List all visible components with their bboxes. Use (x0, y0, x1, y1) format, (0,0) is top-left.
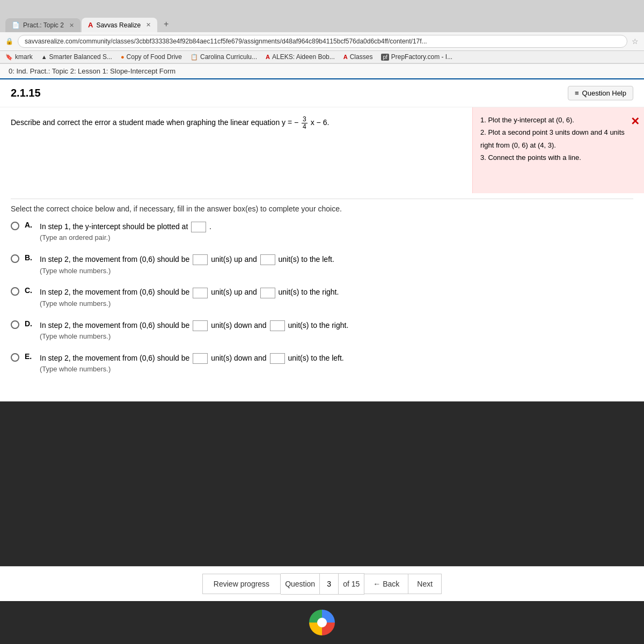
list-icon: ≡ (575, 89, 579, 97)
tab-close-savvas[interactable]: ✕ (146, 21, 151, 28)
choice-a-text-before: In step 1, the y-intercept should be plo… (40, 222, 188, 231)
bookmark-icon-food: ● (121, 54, 125, 60)
choice-d-input-1[interactable] (193, 320, 208, 331)
fraction: 3 4 (302, 116, 308, 130)
radio-e[interactable] (11, 353, 19, 362)
footer-inner: Review progress Question of 15 ← Back Ne… (202, 573, 442, 595)
choice-b-text-before: In step 2, the movement from (0,6) shoul… (40, 255, 189, 264)
chrome-icon (309, 610, 335, 635)
close-sidebar-button[interactable]: ✕ (631, 112, 640, 131)
divider (11, 199, 633, 199)
back-button[interactable]: ← Back (364, 574, 408, 594)
question-indicator: Question of 15 (281, 573, 364, 595)
bookmark-carolina[interactable]: 📋 Carolina Curriculu... (191, 53, 257, 61)
bookmark-icon-carolina: 📋 (191, 54, 198, 61)
choice-b-input-1[interactable] (193, 254, 208, 265)
bookmark-icon-aleks: A (266, 54, 270, 60)
choice-b-text-mid: unit(s) up and (211, 255, 257, 264)
choice-a-sub: (Type an ordered pair.) (40, 232, 633, 244)
choice-a-text-after: . (209, 222, 211, 231)
bookmark-icon-kmark: 🔖 (5, 54, 13, 61)
step-2: 2. Plot a second point 3 units down and … (480, 126, 636, 151)
choice-b: B. In step 2, the movement from (0,6) sh… (11, 253, 633, 276)
choice-content-c: In step 2, the movement from (0,6) shoul… (40, 286, 633, 309)
bookmark-smarter[interactable]: ▲ Smarter Balanced S... (41, 53, 112, 61)
bookmark-label-kmark: kmark (15, 53, 33, 61)
bookmark-icon-prep: pf (381, 54, 389, 61)
bookmark-food-drive[interactable]: ● Copy of Food Drive (121, 53, 182, 61)
choice-e-text-mid: unit(s) down and (211, 354, 267, 362)
choice-e-text: In step 2, the movement from (0,6) shoul… (40, 352, 633, 364)
bookmark-label-classes: Classes (350, 53, 373, 61)
choice-content-e: In step 2, the movement from (0,6) shoul… (40, 352, 633, 375)
radio-c[interactable] (11, 287, 19, 296)
address-bar: 🔒 savvasrealize.com/community/classes/3c… (0, 32, 644, 51)
chrome-taskbar (0, 601, 644, 644)
radio-d[interactable] (11, 320, 19, 329)
choice-e-text-end: unit(s) to the left. (288, 354, 343, 362)
choice-content-b: In step 2, the movement from (0,6) shoul… (40, 253, 633, 276)
choice-label-c: C. (25, 286, 34, 295)
choice-a-input[interactable] (191, 222, 206, 232)
review-progress-button[interactable]: Review progress (202, 574, 281, 594)
choice-label-e: E. (25, 352, 34, 361)
tab-pract[interactable]: 📄 Pract.: Topic 2 ✕ (5, 18, 80, 32)
step-1: 1. Plot the y-intercept at (0, 6). (480, 114, 636, 126)
radio-a[interactable] (11, 222, 19, 230)
choice-label-b: B. (25, 253, 34, 262)
choice-d-text-mid: unit(s) down and (211, 321, 267, 330)
bookmark-aleks[interactable]: A ALEKS: Aideen Bob... (266, 53, 335, 61)
tab-label-savvas: Savvas Realize (96, 21, 141, 29)
lock-icon: 🔒 (5, 38, 13, 45)
tab-savvas[interactable]: A Savvas Realize ✕ (82, 18, 157, 32)
choice-c-text-mid: unit(s) up and (211, 288, 257, 296)
choice-content-d: In step 2, the movement from (0,6) shoul… (40, 319, 633, 342)
bookmark-kmark[interactable]: 🔖 kmark (5, 53, 33, 61)
star-icon[interactable]: ☆ (632, 37, 639, 46)
choice-c-input-2[interactable] (260, 288, 275, 298)
next-button[interactable]: Next (408, 574, 442, 594)
step-3: 3. Connect the points with a line. (480, 151, 636, 164)
choices-list: A. In step 1, the y-intercept should be … (0, 221, 644, 375)
question-total: of 15 (339, 574, 364, 594)
main-content: 2.1.15 ≡ Question Help Describe and corr… (0, 79, 644, 401)
choice-c-text: In step 2, the movement from (0,6) shoul… (40, 286, 633, 298)
choice-d-sub: (Type whole numbers.) (40, 331, 633, 342)
choice-c-sub: (Type whole numbers.) (40, 298, 633, 310)
question-main: Describe and correct the error a student… (0, 107, 472, 193)
choice-c-text-before: In step 2, the movement from (0,6) shoul… (40, 288, 189, 296)
choice-e-text-before: In step 2, the movement from (0,6) shoul… (40, 354, 189, 362)
question-help-label: Question Help (582, 89, 626, 97)
choice-e: E. In step 2, the movement from (0,6) sh… (11, 352, 633, 375)
page-footer: Review progress Question of 15 ← Back Ne… (0, 566, 644, 601)
choice-label-a: A. (25, 221, 34, 229)
question-number-input[interactable] (319, 574, 339, 594)
tab-close[interactable]: ✕ (69, 22, 74, 29)
choice-label-d: D. (25, 319, 34, 328)
choice-c: C. In step 2, the movement from (0,6) sh… (11, 286, 633, 309)
radio-b[interactable] (11, 254, 19, 263)
choice-content-a: In step 1, the y-intercept should be plo… (40, 221, 633, 244)
instruction-text: Select the correct choice below and, if … (0, 204, 644, 213)
bookmark-label-prep: PrepFactory.com - I... (391, 53, 452, 61)
bookmark-label-food: Copy of Food Drive (127, 53, 182, 61)
bookmark-icon-classes: A (343, 54, 348, 60)
bookmark-classes[interactable]: A Classes (343, 53, 373, 61)
choice-d-input-2[interactable] (270, 320, 285, 331)
address-input[interactable]: savvasrealize.com/community/classes/3cbb… (18, 35, 627, 48)
question-help-button[interactable]: ≡ Question Help (568, 86, 633, 100)
question-text-before: Describe and correct the error a student… (11, 118, 298, 127)
new-tab-button[interactable]: + (158, 16, 174, 32)
choice-b-input-2[interactable] (260, 254, 275, 265)
bookmark-prepfactory[interactable]: pf PrepFactory.com - I... (381, 53, 452, 61)
choice-b-text-end: unit(s) to the left. (279, 255, 334, 264)
question-number: 2.1.15 (11, 87, 41, 99)
question-label: Question (281, 574, 319, 594)
choice-e-input-1[interactable] (193, 353, 208, 364)
choice-e-input-2[interactable] (270, 353, 285, 364)
question-text: Describe and correct the error a student… (11, 116, 462, 130)
fraction-denominator: 4 (302, 123, 308, 130)
choice-c-input-1[interactable] (193, 288, 208, 298)
question-text-after: x − 6. (311, 118, 330, 127)
fraction-numerator: 3 (302, 116, 308, 123)
